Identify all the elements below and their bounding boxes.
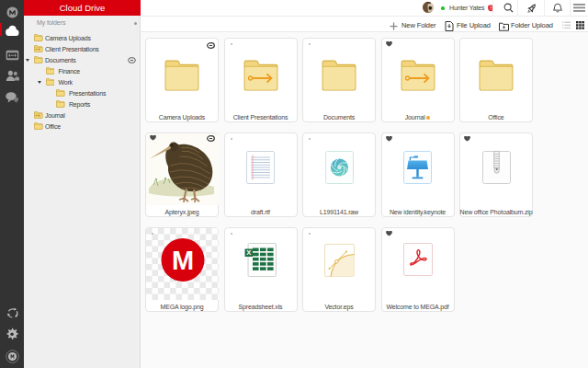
svg-text:M: M <box>172 246 194 275</box>
svg-text:X: X <box>246 248 251 257</box>
